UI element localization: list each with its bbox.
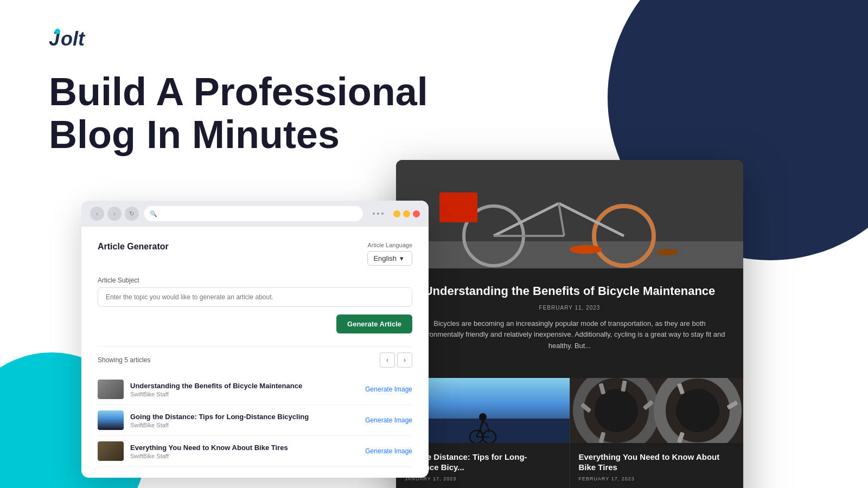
generate-image-link-0[interactable]: Generate Image	[365, 386, 412, 393]
blog-hero-image	[396, 160, 743, 268]
browser-nav-btns: ‹ › ↻	[90, 207, 139, 221]
close-btn[interactable]	[413, 210, 420, 217]
article-info-2: Everything You Need to Know About Bike T…	[130, 444, 359, 459]
blog-card-title-1: Everything You Need to Know About Bike T…	[579, 452, 735, 473]
svg-point-16	[479, 413, 487, 421]
blog-card-content-1: Everything You Need to Know About Bike T…	[570, 443, 744, 488]
article-thumb-2	[98, 441, 124, 461]
address-bar[interactable]: 🔍	[144, 206, 363, 221]
logo: J olt	[49, 27, 108, 50]
svg-point-13	[656, 249, 678, 255]
back-btn[interactable]: ‹	[90, 207, 104, 221]
generate-article-button[interactable]: Generate Article	[336, 314, 412, 333]
article-thumb-0	[98, 380, 124, 399]
blog-card-1: Everything You Need to Know About Bike T…	[570, 378, 744, 488]
article-title-0: Understanding the Benefits of Bicycle Ma…	[130, 382, 359, 390]
blog-card-excerpt-0: love the thrill of the open road, then y…	[405, 486, 561, 488]
article-gen-title: Article Generator	[98, 242, 169, 252]
svg-text:olt: olt	[61, 28, 86, 50]
blog-card-excerpt-1: Bike tires are one of the most important…	[579, 486, 735, 488]
svg-point-1	[55, 29, 60, 34]
svg-point-27	[595, 389, 638, 432]
blog-featured-title: Understanding the Benefits of Bicycle Ma…	[412, 284, 727, 299]
blog-preview: Understanding the Benefits of Bicycle Ma…	[396, 160, 743, 488]
generate-image-link-2[interactable]: Generate Image	[365, 447, 412, 455]
blog-card-img-1	[570, 378, 744, 443]
article-author-2: SwiftBike Staff	[130, 453, 359, 459]
article-author-1: SwiftBike Staff	[130, 422, 359, 428]
article-author-0: SwiftBike Staff	[130, 391, 359, 397]
search-icon: 🔍	[150, 210, 157, 217]
blog-cards-row: ing the Distance: Tips for Long-Distance…	[396, 378, 743, 488]
blog-featured-excerpt: Bicycles are becoming an increasingly po…	[412, 318, 727, 352]
svg-rect-11	[439, 192, 477, 222]
pagination-btns: ‹ ›	[380, 352, 412, 368]
blog-card-date-0: January 17, 2023	[405, 476, 561, 481]
browser-content: Article Generator Article Language Engli…	[81, 227, 429, 478]
reload-btn[interactable]: ↻	[125, 207, 139, 221]
browser-titlebar: ‹ › ↻ 🔍	[81, 201, 429, 227]
menu-dot-3	[381, 213, 384, 215]
blog-featured-date: February 11, 2023	[412, 305, 727, 311]
subject-label: Article Subject	[98, 277, 412, 284]
article-info-1: Going the Distance: Tips for Long-Distan…	[130, 413, 359, 428]
chevron-down-icon: ▾	[400, 254, 404, 262]
svg-rect-4	[396, 241, 743, 268]
language-select[interactable]: English ▾	[367, 251, 412, 266]
articles-count: Showing 5 articles	[98, 356, 150, 364]
language-label: Article Language	[367, 242, 412, 248]
minimize-btn[interactable]	[393, 210, 400, 217]
prev-page-btn[interactable]: ‹	[380, 352, 395, 368]
article-thumb-1	[98, 410, 124, 430]
menu-dot-1	[373, 213, 375, 215]
svg-point-29	[676, 389, 719, 432]
generate-image-link-1[interactable]: Generate Image	[365, 416, 412, 424]
menu-dot-2	[377, 213, 379, 215]
browser-mockup: ‹ › ↻ 🔍 Article Generator Article Langua…	[81, 201, 429, 478]
article-gen-header: Article Generator Article Language Engli…	[98, 242, 412, 266]
blog-main-content: Understanding the Benefits of Bicycle Ma…	[396, 268, 743, 378]
articles-toolbar: Showing 5 articles ‹ ›	[98, 346, 412, 368]
blog-card-date-1: February 17, 2023	[579, 476, 735, 481]
subject-input[interactable]	[98, 287, 412, 307]
article-title-2: Everything You Need to Know About Bike T…	[130, 444, 359, 452]
article-list-item-1: Going the Distance: Tips for Long-Distan…	[98, 405, 412, 436]
svg-point-12	[570, 245, 602, 254]
article-info-0: Understanding the Benefits of Bicycle Ma…	[130, 382, 359, 397]
article-list-item-2: Everything You Need to Know About Bike T…	[98, 436, 412, 467]
maximize-btn[interactable]	[403, 210, 410, 217]
next-page-btn[interactable]: ›	[397, 352, 412, 368]
article-list-item: Understanding the Benefits of Bicycle Ma…	[98, 374, 412, 405]
page-headline: Build A Professional Blog In Minutes	[49, 70, 428, 156]
language-value: English	[373, 254, 397, 262]
forward-btn[interactable]: ›	[107, 207, 122, 221]
article-title-1: Going the Distance: Tips for Long-Distan…	[130, 413, 359, 421]
